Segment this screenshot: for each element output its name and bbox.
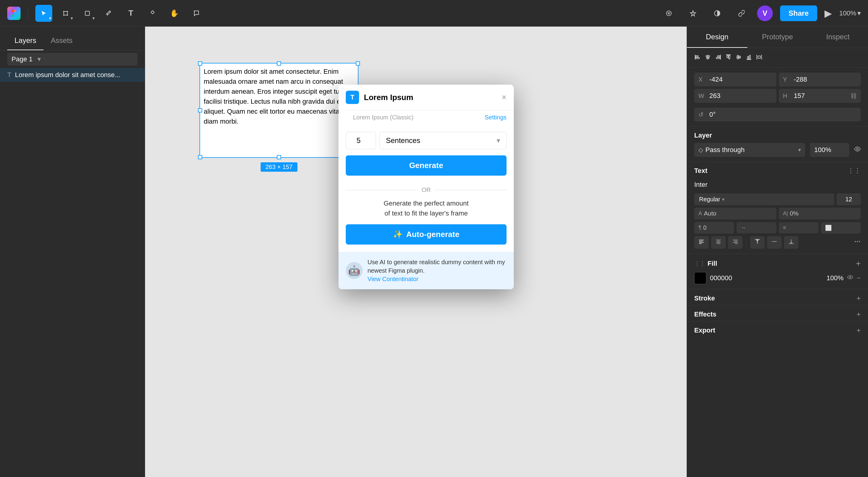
text-valign-top[interactable]	[750, 236, 765, 249]
distribute-h[interactable]	[756, 53, 763, 63]
figma-ai-button[interactable]	[660, 5, 677, 22]
align-bottom[interactable]	[746, 53, 752, 63]
opacity-field[interactable]: 100%	[810, 143, 849, 157]
fill-color-swatch[interactable]	[694, 272, 706, 284]
right-panel: Design Prototype Inspect X -424	[687, 27, 868, 477]
page-selector[interactable]: Page 1 ▾	[7, 53, 137, 66]
text-decoration-icon: ≡	[783, 225, 786, 231]
align-middle-v[interactable]	[735, 53, 742, 63]
stroke-section-title: Stroke	[694, 294, 715, 302]
handle-tr[interactable]	[356, 61, 360, 66]
letter-spacing-field[interactable]: A| 0%	[779, 208, 861, 219]
align-left[interactable]	[694, 53, 701, 63]
figma-logo[interactable]	[7, 7, 21, 20]
svg-rect-20	[717, 56, 720, 57]
frame-content: Lorem ipsum dolor sit amet consectetur. …	[200, 63, 358, 157]
layer-item[interactable]: T Lorem ipsum dolor sit amet conse...	[0, 68, 145, 82]
tab-prototype[interactable]: Prototype	[747, 27, 808, 48]
fill-add-button[interactable]: +	[856, 259, 861, 268]
resources-button[interactable]	[685, 5, 702, 22]
fill-opacity-value[interactable]: 100%	[827, 274, 843, 282]
blend-mode-icon: ◇	[699, 146, 703, 154]
zoom-control[interactable]: 100% ▾	[839, 9, 861, 17]
handle-lm[interactable]	[198, 108, 202, 113]
w-field[interactable]: W 263	[694, 89, 776, 103]
line-height-field[interactable]: A Auto	[694, 208, 776, 219]
text-align-left[interactable]	[694, 236, 709, 249]
export-add-button[interactable]: +	[857, 326, 861, 335]
h-field[interactable]: H 157 ⛓	[779, 89, 861, 103]
paragraph-spacing-field[interactable]: ¶ 0	[694, 222, 734, 234]
tab-inspect[interactable]: Inspect	[808, 27, 868, 48]
blend-mode-select[interactable]: ◇ Pass through ▾	[694, 143, 805, 157]
text-decoration-field[interactable]: ≡	[779, 222, 819, 233]
font-style-row: Regular ▾ 12	[694, 193, 861, 205]
handle-tl[interactable]	[198, 61, 202, 66]
constrain-proportions-icon[interactable]: ⛓	[850, 92, 857, 99]
rotation-field[interactable]: ↺ 0°	[694, 108, 861, 121]
visibility-toggle[interactable]	[854, 146, 861, 154]
contrast-button[interactable]	[709, 5, 726, 22]
y-field[interactable]: Y -288	[779, 72, 861, 86]
paragraph-spacing-value: 0	[703, 224, 707, 231]
pen-tool[interactable]	[101, 5, 118, 22]
x-field[interactable]: X -424	[694, 72, 776, 86]
text-transform-field[interactable]: ⬜	[821, 222, 861, 234]
tab-assets[interactable]: Assets	[43, 31, 80, 50]
align-center-h[interactable]	[705, 53, 711, 63]
shape-tool[interactable]: ▾	[79, 5, 96, 22]
text-more-button[interactable]	[854, 238, 861, 247]
effects-add-button[interactable]: +	[857, 310, 861, 319]
fill-remove-button[interactable]: −	[857, 274, 861, 282]
plugin-subtitle: Lorem Ipsum (Classic)	[346, 114, 421, 121]
letter-spacing-value: 0%	[790, 210, 799, 217]
text-section-more[interactable]: ⋮⋮	[847, 167, 861, 175]
share-button[interactable]: Share	[780, 5, 817, 21]
text-valign-bottom[interactable]	[784, 236, 799, 249]
play-button[interactable]: ▶	[825, 7, 832, 19]
font-style-select[interactable]: Regular ▾	[694, 193, 834, 205]
plugin-body: 5 Sentences ▾ Generate OR Generate the p…	[339, 124, 514, 252]
text-overflow-field[interactable]: ↔	[737, 222, 776, 233]
position-controls: X -424 Y -288 W 263 H 157 ⛓	[687, 68, 868, 108]
autogen-button[interactable]: ✨ Auto-generate	[346, 224, 506, 244]
svg-point-53	[857, 241, 858, 242]
contentinator-link[interactable]: View Contentinator	[368, 276, 418, 282]
plugin-settings-link[interactable]: Settings	[485, 114, 506, 121]
handle-tm[interactable]	[277, 61, 281, 66]
fill-visibility-toggle[interactable]	[847, 274, 853, 282]
text-valign-middle[interactable]	[767, 236, 781, 249]
svg-rect-30	[749, 55, 750, 59]
handle-bm[interactable]	[277, 155, 281, 159]
layer-controls: ◇ Pass through ▾ 100%	[694, 143, 861, 157]
link-button[interactable]	[733, 5, 750, 22]
hand-tool[interactable]: ✋	[166, 5, 183, 22]
svg-rect-29	[747, 57, 749, 59]
plugin-close-button[interactable]: ×	[502, 92, 506, 102]
fill-row: 000000 100% −	[694, 272, 861, 284]
frame-tool[interactable]: ▾	[57, 5, 74, 22]
handle-bl[interactable]	[198, 155, 202, 159]
tab-layers[interactable]: Layers	[7, 31, 43, 50]
component-tool[interactable]	[144, 5, 161, 22]
comment-tool[interactable]	[188, 5, 205, 22]
generate-button[interactable]: Generate	[346, 155, 506, 176]
font-family-row[interactable]: Inter	[694, 178, 861, 191]
type-select[interactable]: Sentences ▾	[380, 132, 506, 149]
text-tool[interactable]: T	[122, 5, 139, 22]
align-top[interactable]	[725, 53, 732, 63]
quantity-input[interactable]: 5	[346, 132, 376, 149]
text-alignment-row	[694, 236, 861, 249]
text-align-center[interactable]	[711, 236, 726, 249]
align-right[interactable]	[715, 53, 721, 63]
fill-hex-value[interactable]: 000000	[710, 274, 823, 282]
user-avatar[interactable]: V	[757, 5, 773, 21]
stroke-add-button[interactable]: +	[857, 294, 861, 303]
line-height-icon: A	[699, 210, 702, 217]
tab-design[interactable]: Design	[687, 27, 747, 48]
text-align-right[interactable]	[728, 236, 743, 249]
font-size-field[interactable]: 12	[837, 193, 861, 205]
select-tool[interactable]: ▾	[35, 5, 52, 22]
toolbar-right: V Share ▶ 100% ▾	[660, 5, 861, 22]
text-frame[interactable]: Lorem ipsum dolor sit amet consectetur. …	[199, 63, 359, 158]
